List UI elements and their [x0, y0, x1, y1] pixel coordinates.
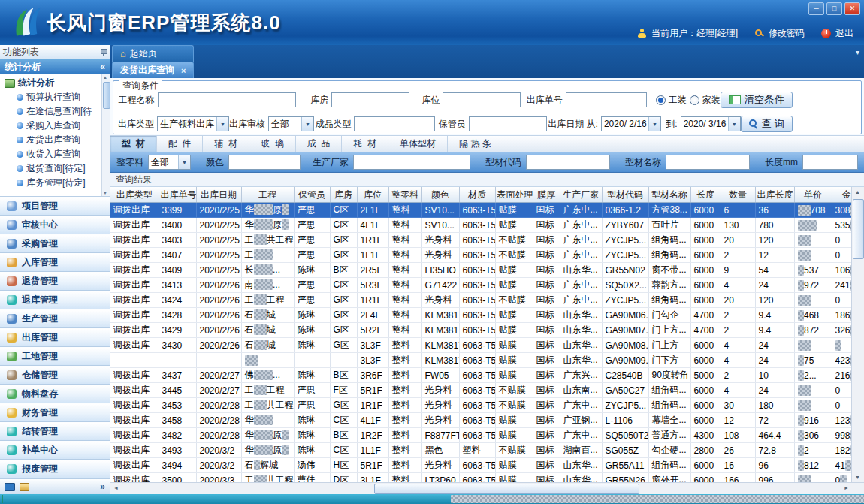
grid-header-cell[interactable]: 库房 — [330, 187, 357, 203]
grid-row[interactable]: 调拨出库34032020/2/25工██共工程严思G区1R1F整料光身料6063… — [110, 233, 852, 248]
grid-row[interactable]: 调拨出库34582020/2/28华███陈琳C区4L1F整料光身料6063-T… — [110, 413, 852, 428]
sidebar-module-item[interactable]: 仓储管理 — [0, 366, 110, 385]
monitor-icon[interactable] — [5, 483, 15, 491]
grid-header-cell[interactable]: 表面处理 — [495, 187, 533, 203]
collapse-icon[interactable]: « — [100, 62, 105, 72]
grid-row[interactable]: 调拨出库34532020/2/28工██共工程严思G区1R1F整料光身料6063… — [110, 398, 852, 413]
grid-header-cell[interactable]: 长度 — [690, 187, 721, 203]
material-tab[interactable]: 型 材 — [110, 136, 157, 152]
sidebar-module-item[interactable]: 财务管理 — [0, 403, 110, 422]
grid-row[interactable]: 调拨出库34282020/2/26石██城陈琳G区2L4F整料KLM381760… — [110, 308, 852, 323]
grid-header-cell[interactable]: 生产厂家 — [560, 187, 602, 203]
keeper-input[interactable] — [469, 116, 547, 131]
chevron-down-icon[interactable] — [301, 117, 313, 131]
material-tab[interactable]: 辅 材 — [203, 136, 249, 152]
location-input[interactable] — [443, 92, 521, 107]
grid-header-cell[interactable]: 材质 — [459, 187, 495, 203]
material-tab[interactable]: 耗 材 — [342, 136, 388, 152]
sidebar-module-item[interactable]: 审核中心 — [0, 216, 110, 234]
grid-row[interactable]: 调拨出库34932020/3/2华███原█陈琳C区1L1F整料黑色塑料不贴膜国… — [110, 443, 852, 458]
material-tab[interactable]: 玻 璃 — [249, 136, 296, 152]
material-tab[interactable]: 配 件 — [157, 136, 204, 152]
length-input[interactable] — [802, 155, 858, 170]
warehouse-input[interactable] — [331, 92, 409, 107]
grid-row[interactable]: 调拨出库34822020/2/28华███原█陈琳B区1R2F整料F8877FT… — [110, 428, 852, 443]
material-tab[interactable]: 单体型材 — [388, 136, 448, 152]
grid-row[interactable]: 调拨出库34942020/3/2石█辉城汤伟H区5R1F整料光身料6063-T5… — [110, 458, 852, 473]
material-tab[interactable]: 隔 热 条 — [448, 136, 503, 152]
grid-row[interactable]: 调拨出库33992020/2/25华███原█严思C区2L1F整料SV10...… — [110, 203, 852, 218]
minimize-button[interactable]: ─ — [808, 2, 824, 15]
grid-row[interactable]: 调拨出库34372020/2/27佛███...陈琳B区3R6F整料FW0560… — [110, 368, 852, 383]
tab-home[interactable]: ⌂起始页 — [112, 45, 194, 62]
tab-list-button[interactable]: ▾ — [856, 48, 859, 56]
radio-selected[interactable] — [656, 95, 666, 105]
order-no-input[interactable] — [566, 92, 647, 107]
chevron-down-icon[interactable] — [728, 117, 740, 131]
sidebar-module-item[interactable]: 结转管理 — [0, 422, 110, 441]
radio-option[interactable] — [690, 95, 699, 105]
grid-row[interactable]: ██3L3F整料KLM38176063-T5贴膜国标山东华...GA90M09.… — [110, 353, 852, 368]
grid-header-cell[interactable]: 单价 — [794, 187, 832, 203]
grid-header-cell[interactable]: 膜厚 — [533, 187, 560, 203]
tab-active[interactable]: 发货出库查询× — [112, 62, 194, 78]
date-from-picker[interactable]: 2020/ 2/16 — [601, 116, 661, 131]
profile-code-input[interactable] — [526, 155, 610, 170]
out-type-combobox[interactable]: 生产领料出库 — [157, 116, 229, 131]
horizontal-scrollbar-thumb[interactable] — [374, 484, 639, 494]
grid-row[interactable]: 调拨出库34002020/2/25华███原█严思C区4L1F整料SV10...… — [110, 218, 852, 233]
tree-scrollbar[interactable] — [101, 74, 110, 196]
maximize-button[interactable]: □ — [826, 2, 842, 15]
grid-row[interactable]: 调拨出库34452020/2/27工██工程严思F区5R1F整料光身料6063-… — [110, 383, 852, 398]
chevron-down-icon[interactable] — [178, 155, 190, 169]
grid-header-cell[interactable]: 颜色 — [421, 187, 459, 203]
tree-item[interactable]: 采购入库查询 — [0, 119, 110, 133]
search-button[interactable]: 查 询 — [741, 116, 793, 132]
folder-small-icon[interactable] — [20, 483, 29, 491]
sidebar-module-item[interactable]: 采购管理 — [0, 234, 110, 253]
chevron-down-icon[interactable] — [216, 117, 228, 131]
sidebar-module-item[interactable]: 补单中心 — [0, 441, 110, 460]
tree-item[interactable]: 退货查询[待定] — [0, 161, 110, 176]
manufacturer-input[interactable] — [353, 155, 470, 170]
sidebar-module-item[interactable]: 退货管理 — [0, 272, 110, 291]
grid-row[interactable]: 调拨出库34092020/2/25长███...陈琳B区2R5F整料LI35HO… — [110, 263, 852, 278]
grid-header-cell[interactable]: 出库日期 — [196, 187, 241, 203]
grid-header-cell[interactable]: 型材名称 — [648, 187, 690, 203]
grid-header-cell[interactable]: 库位 — [357, 187, 388, 203]
material-tab[interactable]: 成 品 — [296, 136, 343, 152]
whole-scrap-combobox[interactable]: 全部 — [148, 155, 191, 170]
sidebar-module-item[interactable]: 入库管理 — [0, 253, 110, 272]
tree-item[interactable]: 在途信息查询[待 — [0, 104, 110, 119]
grid-header-cell[interactable]: 型材代码 — [602, 187, 648, 203]
expand-icon[interactable]: » — [100, 481, 105, 492]
grid-row[interactable]: 调拨出库34072020/2/25工███严思G区1L1F整料光身料6063-T… — [110, 248, 852, 263]
sidebar-module-item[interactable]: 退库管理 — [0, 291, 110, 309]
grid-header-cell[interactable]: 金 — [832, 187, 852, 203]
out-audit-combobox[interactable]: 全部 — [268, 116, 314, 131]
sidebar-module-item[interactable]: 物料盘存 — [0, 385, 110, 403]
tab-close-icon[interactable]: × — [181, 66, 186, 75]
clear-conditions-button[interactable]: 清空条件 — [721, 92, 793, 108]
grid-row[interactable]: 调拨出库34242020/2/26工██工程严思G区1R1F整料光身料6063-… — [110, 293, 852, 308]
grid-row[interactable]: 调拨出库34302020/2/26石██城陈琳G区3L3F整料KLM381760… — [110, 338, 852, 353]
project-name-input[interactable] — [158, 92, 296, 107]
sidebar-module-item[interactable]: 报废管理 — [0, 460, 110, 478]
chevron-down-icon[interactable] — [648, 117, 660, 131]
grid-header-cell[interactable]: 保管员 — [294, 187, 330, 203]
change-password-link[interactable]: 修改密码 — [769, 27, 805, 40]
tree-root-statistics[interactable]: 统计分析 — [0, 76, 110, 90]
grid-row[interactable]: 调拨出库35002020/3/3工██共工程曹佳D区3L1F整料LT3P6060… — [110, 473, 852, 483]
date-to-picker[interactable]: 2020/ 3/16 — [681, 116, 741, 131]
horizontal-scrollbar[interactable] — [110, 482, 864, 494]
grid-header-cell[interactable]: 出库单号▲ — [159, 187, 196, 203]
product-type-input[interactable] — [354, 116, 435, 131]
grid-header-cell[interactable]: 工程 — [241, 187, 294, 203]
tree-item[interactable]: 库务管理[待定] — [0, 176, 110, 190]
tree-scrollbar-thumb[interactable] — [103, 82, 110, 109]
grid-header-cell[interactable]: 数量 — [721, 187, 755, 203]
tree-item[interactable]: 收货入库查询 — [0, 147, 110, 161]
grid-row[interactable]: 调拨出库34132020/2/26南███...严思C区5R3F整料G71422… — [110, 278, 852, 293]
sidebar-module-item[interactable]: 项目管理 — [0, 197, 110, 216]
tree-item[interactable]: 发货出库查询 — [0, 133, 110, 147]
